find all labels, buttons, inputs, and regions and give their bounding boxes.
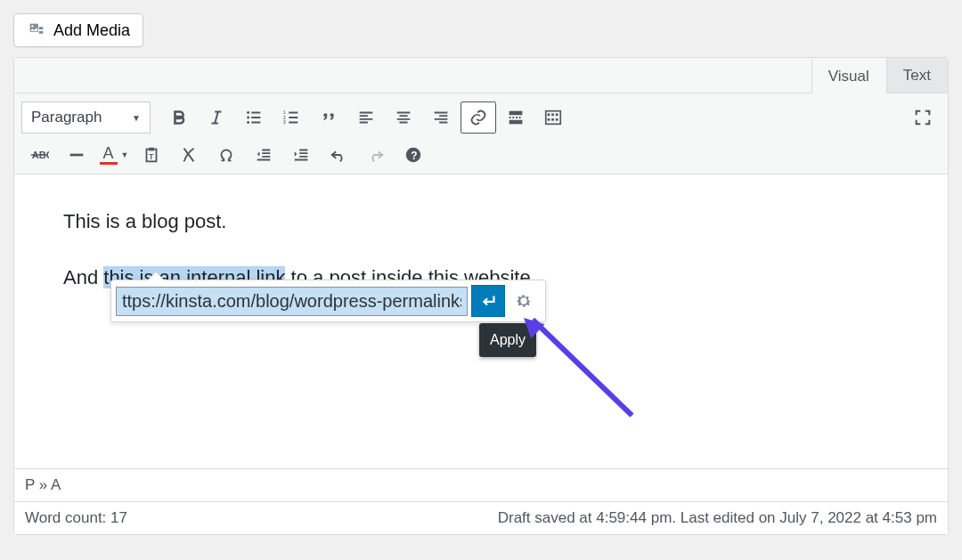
insert-link-button[interactable] xyxy=(461,101,496,134)
undo-button[interactable] xyxy=(321,139,356,171)
italic-button[interactable] xyxy=(199,101,234,134)
editor-content[interactable]: This is a blog post. And this is an inte… xyxy=(14,174,948,468)
svg-rect-11 xyxy=(551,113,554,116)
outdent-button[interactable] xyxy=(246,139,281,171)
chevron-down-icon: ▼ xyxy=(132,113,141,123)
add-media-label: Add Media xyxy=(53,21,130,40)
redo-button[interactable] xyxy=(358,139,394,171)
tab-text[interactable]: Text xyxy=(886,58,948,93)
link-settings-button[interactable] xyxy=(507,285,541,317)
editor-box: Visual Text Paragraph ▼ 123 xyxy=(13,57,949,535)
svg-rect-12 xyxy=(556,113,558,116)
align-right-button[interactable] xyxy=(423,101,459,134)
chevron-down-icon: ▼ xyxy=(121,150,129,159)
svg-rect-13 xyxy=(548,118,550,121)
svg-rect-15 xyxy=(556,118,558,121)
svg-rect-14 xyxy=(551,118,554,121)
link-url-input[interactable] xyxy=(116,287,468,316)
blockquote-button[interactable] xyxy=(311,101,346,134)
link-inline-toolbar: Apply xyxy=(110,280,546,322)
text-color-button[interactable]: A ▼ xyxy=(96,139,132,171)
tab-visual[interactable]: Visual xyxy=(811,59,886,93)
svg-point-2 xyxy=(247,117,249,119)
bulleted-list-button[interactable] xyxy=(236,101,272,134)
paragraph-1: This is a blog post. xyxy=(63,206,899,237)
svg-rect-9 xyxy=(546,111,561,125)
svg-rect-18 xyxy=(149,148,154,151)
align-left-button[interactable] xyxy=(348,101,384,134)
apply-link-button[interactable] xyxy=(471,285,505,317)
bold-button[interactable] xyxy=(161,101,197,134)
toolbar-toggle-button[interactable] xyxy=(535,101,571,134)
add-media-button[interactable]: Add Media xyxy=(13,13,143,47)
help-button[interactable]: ? xyxy=(395,139,431,171)
read-more-button[interactable] xyxy=(498,101,534,134)
align-center-button[interactable] xyxy=(386,101,421,134)
editor-tabs: Visual Text xyxy=(14,58,948,93)
format-select-label: Paragraph xyxy=(31,109,102,126)
horizontal-rule-button[interactable] xyxy=(59,139,94,171)
toolbar: Paragraph ▼ 123 ABC xyxy=(14,93,948,174)
special-character-button[interactable] xyxy=(208,139,244,171)
svg-text:T: T xyxy=(149,153,153,161)
svg-rect-10 xyxy=(548,113,550,116)
svg-point-3 xyxy=(247,121,249,124)
gear-icon xyxy=(514,291,534,311)
paste-plain-button[interactable]: T xyxy=(134,139,169,171)
word-count: Word count: 17 xyxy=(25,509,127,527)
svg-point-0 xyxy=(31,25,33,27)
svg-point-1 xyxy=(247,111,249,114)
format-select[interactable]: Paragraph ▼ xyxy=(21,101,151,134)
numbered-list-button[interactable]: 123 xyxy=(273,101,309,134)
indent-button[interactable] xyxy=(283,139,319,171)
fullscreen-button[interactable] xyxy=(905,101,941,134)
svg-rect-8 xyxy=(510,120,523,125)
clear-formatting-button[interactable] xyxy=(171,139,207,171)
media-icon xyxy=(27,20,46,40)
status-bar: Word count: 17 Draft saved at 4:59:44 pm… xyxy=(14,501,948,534)
save-status: Draft saved at 4:59:44 pm. Last edited o… xyxy=(498,509,937,527)
enter-icon xyxy=(478,291,498,311)
svg-rect-7 xyxy=(510,111,523,116)
svg-text:?: ? xyxy=(411,150,417,162)
svg-text:3: 3 xyxy=(283,119,286,125)
element-path[interactable]: P » A xyxy=(14,468,948,501)
strikethrough-button[interactable]: ABC xyxy=(21,139,57,171)
annotation-arrow xyxy=(531,318,634,418)
